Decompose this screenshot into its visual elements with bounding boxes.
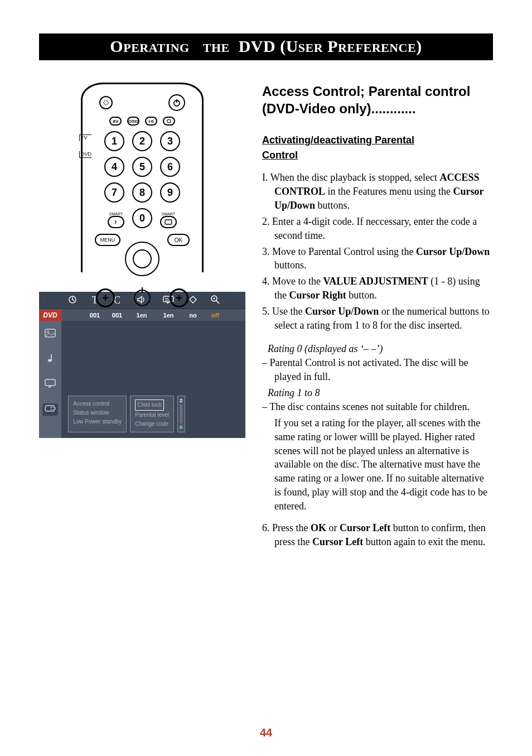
panel-item-child-lock: Child lock <box>135 399 163 411</box>
svg-rect-4 <box>165 220 172 224</box>
digit-6-button: 6 <box>160 157 180 177</box>
slider-value-bottom: 0 <box>180 425 182 430</box>
digit-1-button: 1 <box>104 131 124 151</box>
side-label-tv: TV <box>79 134 91 141</box>
left-column: TV DVD AV OSD I·II <box>39 83 245 560</box>
mute-button <box>134 290 151 306</box>
av-button: AV <box>109 117 122 126</box>
svg-point-3 <box>167 119 171 123</box>
digit-4-button: 4 <box>104 157 124 177</box>
panel-item-parental-level: Parental level <box>135 411 169 420</box>
rating-1-8-label: Rating 1 to 8 <box>268 387 493 399</box>
osd-panel-right: Child lock Parental level Change code <box>130 396 174 432</box>
step-2: 2. Enter a 4-digit code. If neccessary, … <box>262 215 493 243</box>
section-header-title: OPERATING THE DVD (USER PREFERENCE) <box>110 37 422 55</box>
step-3: 3. Move to Parental Control using the Cu… <box>262 245 493 273</box>
smart-left-label: SMART <box>108 212 124 216</box>
panel-item-status-window: Status window <box>73 408 122 417</box>
rating-1-8-para: If you set a rating for the player, all … <box>274 416 493 513</box>
digit-5-button: 5 <box>132 157 152 177</box>
rating-1-8-text: – The disc contains scenes not suitable … <box>262 400 493 414</box>
remote-side-labels: TV DVD <box>79 134 91 158</box>
section-title: Access Control; Parental control (DVD-Vi… <box>262 83 493 117</box>
digit-8-button: 8 <box>132 182 152 203</box>
features-tab-icon <box>42 403 58 416</box>
dim-button <box>99 96 113 109</box>
step-6-list: 6. Press the OK or Cursor Left button to… <box>262 521 493 549</box>
svg-point-0 <box>104 100 108 105</box>
osd-sidebar <box>39 321 61 438</box>
record-button <box>163 117 175 126</box>
osd-screenshot: T C DVD 001 001 1en 1en no off <box>39 292 245 438</box>
channel-plus-right: + <box>170 288 188 307</box>
side-label-dvd: DVD <box>79 151 91 158</box>
panel-item-access-control: Access control <box>73 399 122 408</box>
digit-2-button: 2 <box>132 131 152 151</box>
panel-item-low-power: Low Power standby <box>73 417 122 426</box>
panel-item-change-code: Change code <box>135 420 169 428</box>
audio-mode-button: I·II <box>145 117 157 126</box>
language-tab-icon <box>45 379 56 390</box>
section-title-line2: (DVD-Video only)............ <box>262 101 416 116</box>
slider-value-top: 2 <box>180 398 182 403</box>
svg-line-10 <box>216 301 219 304</box>
osd-angle-value: no <box>182 312 204 319</box>
section-header-bar: OPERATING THE DVD (USER PREFERENCE) <box>39 33 493 60</box>
subheading: Activating/deactivating Parental Control <box>262 133 493 163</box>
time-icon <box>61 295 84 306</box>
osd-audio-value: 1en <box>128 312 155 319</box>
ok-button: OK <box>167 234 190 246</box>
smart-right-label: SMART <box>160 212 177 216</box>
step-4: 4. Move to the VALUE ADJUSTMENT (1 - 8) … <box>262 275 493 302</box>
osd-value-slider: 2 0 <box>177 396 185 432</box>
right-column: Access Control; Parental control (DVD-Vi… <box>262 83 493 560</box>
osd-subtitle-value: 1en <box>155 312 182 319</box>
osd-zoom-value: off <box>204 312 226 319</box>
subheading-line2: Control <box>262 150 298 161</box>
digit-3-button: 3 <box>160 131 180 151</box>
smart-sound-button <box>108 216 124 228</box>
svg-point-15 <box>48 359 51 362</box>
rating-0-text: – Parental Control is not activated. The… <box>262 356 493 384</box>
osd-button: OSD <box>127 117 139 126</box>
osd-value-row: DVD 001 001 1en 1en no off <box>39 309 245 321</box>
power-button <box>168 94 185 111</box>
sound-tab-icon <box>46 353 54 365</box>
osd-panel-left: Access control Status window Low Power s… <box>68 396 127 432</box>
page: OPERATING THE DVD (USER PREFERENCE) TV D… <box>0 0 532 756</box>
remote-illustration: TV DVD AV OSD I·II <box>81 83 204 272</box>
subheading-line1: Activating/deactivating Parental <box>262 134 414 146</box>
smart-picture-button <box>160 216 177 228</box>
svg-rect-16 <box>45 379 55 386</box>
step-5: 5. Use the Cursor Up/Down or the numeric… <box>262 305 493 333</box>
rating-0-label: Rating 0 (displayed as ‘– –’) <box>268 343 493 355</box>
digit-7-button: 7 <box>104 182 124 203</box>
osd-chapter-value: 001 <box>106 312 128 319</box>
step-1: I. When the disc playback is stopped, se… <box>262 171 493 212</box>
steps-list: I. When the disc playback is stopped, se… <box>262 171 493 332</box>
page-number: 44 <box>260 726 272 739</box>
dvd-logo: DVD <box>39 309 61 321</box>
section-title-line1: Access Control; Parental control <box>262 84 470 99</box>
menu-button: MENU <box>95 234 120 246</box>
osd-title-value: 001 <box>84 312 106 319</box>
digit-9-button: 9 <box>160 182 180 203</box>
step-6: 6. Press the OK or Cursor Left button to… <box>262 521 493 549</box>
svg-point-14 <box>47 331 49 333</box>
picture-tab-icon <box>45 329 56 340</box>
volume-plus-left: + <box>96 288 115 307</box>
cursor-pad: MENU OK <box>106 234 178 284</box>
digit-0-button: 0 <box>132 208 152 228</box>
zoom-icon <box>204 295 226 306</box>
